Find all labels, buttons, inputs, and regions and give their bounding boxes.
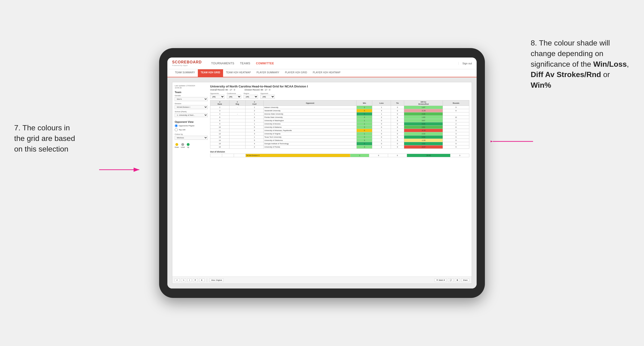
cell-diff: -4.33	[404, 129, 443, 132]
school-dropdown[interactable]: 1. University of Nort...	[175, 113, 208, 117]
opponent-filter: Opponent (All)	[260, 92, 275, 99]
watch-btn[interactable]: 👁 Watch ▾	[434, 278, 447, 282]
cell-win: 1	[357, 132, 372, 136]
cell-rank: 13	[210, 136, 230, 139]
view-btn[interactable]: View: Original	[210, 278, 224, 282]
tab-team-h2h-grid[interactable]: TEAM H2H GRID	[198, 69, 223, 77]
table-row: 10 5 University of Alabama 3 0 0 2.61 8	[210, 126, 469, 129]
cell-rank: 9	[210, 122, 230, 126]
cell-opponent: Georgia Institute of Technology	[264, 142, 356, 146]
pause-btn[interactable]: ⏸	[199, 278, 204, 282]
cell-diff: -2.29	[404, 109, 443, 112]
legend-level-dot	[181, 143, 184, 146]
tab-player-summary[interactable]: PLAYER SUMMARY	[254, 69, 282, 77]
table-row: 13 1 Texas Tech University 3 0 0 5.56 9	[210, 136, 469, 139]
cell-conf: 1	[245, 122, 264, 126]
cell-opponent: University of Oklahoma	[264, 139, 356, 142]
tab-player-h2h-grid[interactable]: PLAYER H2H GRID	[282, 69, 310, 77]
cell-rank: 14	[210, 139, 230, 142]
cell-loss: 1	[372, 139, 391, 142]
cell-rounds: 12	[443, 116, 469, 119]
cell-loss: 4	[372, 109, 391, 112]
cell-diff: 2.28	[404, 112, 443, 116]
colour-by-dropdown[interactable]: Win/loss	[175, 136, 208, 140]
opponent-select[interactable]: (All)	[260, 95, 275, 99]
watch-text: Watch ▾	[438, 279, 445, 281]
tableau-toolbar: ↩ ↪ ⟨ ⟳ ⏸ View: Original 👁 Watch ▾	[172, 276, 472, 284]
opponents-filter-label: Opponents:	[210, 92, 224, 95]
annotation-bold1: Win/Loss	[593, 60, 627, 68]
table-row: 4 - 1 Arizona State University 5 1 0 2.2…	[210, 112, 469, 116]
cell-tie: 0	[391, 129, 404, 132]
tab-player-h2h-heatmap[interactable]: PLAYER H2H HEATMAP	[310, 69, 343, 77]
legend-up-label: Up	[187, 146, 189, 148]
sign-out-link[interactable]: Sign out	[458, 62, 472, 65]
team-section-title: Team	[175, 91, 208, 94]
tableau-inner: Last Updated: 27/03/2024 16:55:38 Team G…	[172, 82, 472, 276]
tab-team-h2h-heatmap[interactable]: TEAM H2H HEATMAP	[223, 69, 254, 77]
share-label: Share	[463, 279, 468, 281]
cell-win: 3	[357, 136, 372, 139]
col-loss: Loss	[372, 100, 391, 106]
cell-conf: 6	[245, 129, 264, 132]
cell-conf: 2	[245, 119, 264, 122]
back-btn[interactable]: ⟨	[188, 278, 192, 282]
legend-row: Down Level Up	[175, 143, 208, 148]
nav-committee[interactable]: COMMITTEE	[256, 61, 274, 66]
share-btn[interactable]: Share	[461, 278, 469, 282]
cell-opponent: University of Virginia	[264, 132, 356, 136]
out-division-row: NCAA Division II 1 0 0 26.00 3	[210, 154, 469, 157]
col-conf: #Conf	[245, 100, 264, 106]
undo-btn[interactable]: ↩	[175, 278, 180, 282]
opponents-select[interactable]: (All)	[210, 95, 224, 99]
page-container: 7. The colours in the grid are based on …	[0, 0, 644, 346]
cell-loss: 1	[372, 129, 391, 132]
opponent-filter-label: Opponent	[260, 92, 275, 95]
grid-btn[interactable]: ⊞	[455, 278, 460, 282]
top-100-row: Top 100	[175, 128, 208, 131]
cell-diff: -1.00	[404, 139, 443, 142]
legend-level: Level	[181, 143, 185, 148]
cell-conf: 1	[245, 106, 264, 109]
view-btn-label: View: Original	[211, 279, 222, 281]
cell-win: 4	[357, 116, 372, 119]
cell-diff: 1.83	[404, 116, 443, 119]
nav-tournaments[interactable]: TOURNAMENTS	[211, 61, 234, 66]
od-tie: 0	[388, 154, 407, 157]
gender-dropdown[interactable]: Men's	[175, 97, 208, 101]
cell-win: 2	[357, 106, 372, 109]
cell-conf: 1	[245, 112, 264, 116]
refresh-btn[interactable]: ⟳	[193, 278, 198, 282]
table-row: 14 5 University of Oklahoma 3 1 0 -1.00 …	[210, 139, 469, 142]
cell-reg	[230, 119, 246, 122]
cell-rank: 4	[210, 112, 230, 116]
conference-select[interactable]: (All)	[227, 95, 241, 99]
cell-tie: 0	[391, 119, 404, 122]
region-select[interactable]: (All)	[244, 95, 258, 99]
redo-btn[interactable]: ↪	[181, 278, 186, 282]
cell-reg: -	[230, 106, 246, 109]
opponents-played-radio[interactable]	[175, 124, 178, 127]
tab-team-summary[interactable]: TEAM SUMMARY	[172, 69, 198, 77]
cell-opponent: University of Florida	[264, 146, 356, 149]
cell-rounds: 2	[443, 122, 469, 126]
grid-area: University of North Carolina Head-to-Hea…	[210, 85, 469, 274]
division-dropdown[interactable]: NCAA Division I	[175, 105, 208, 109]
comment-btn[interactable]: 💬	[448, 278, 454, 282]
nav-teams[interactable]: TEAMS	[240, 61, 250, 66]
table-row: 11 6 University of Arkansas, Fayettevill…	[210, 129, 469, 132]
table-row: 3 2 Vanderbilt University 0 4 0 -2.29 8	[210, 109, 469, 112]
cell-win: 3	[357, 146, 372, 149]
od-conf	[234, 154, 246, 157]
cell-opponent: University of Washington	[264, 119, 356, 122]
cell-opponent: University of Arkansas, Fayetteville	[264, 129, 356, 132]
cell-rank: 12	[210, 132, 230, 136]
top-100-radio[interactable]	[175, 128, 178, 131]
conference-filter: Conference (All)	[227, 92, 241, 99]
cell-rounds: 8	[443, 126, 469, 129]
table-row: 12 3 University of Virginia 1 0 0 2.33 3	[210, 132, 469, 136]
cell-loss: 0	[372, 122, 391, 126]
cell-rounds	[443, 112, 469, 116]
cell-reg	[230, 126, 246, 129]
cell-rank: 10	[210, 126, 230, 129]
